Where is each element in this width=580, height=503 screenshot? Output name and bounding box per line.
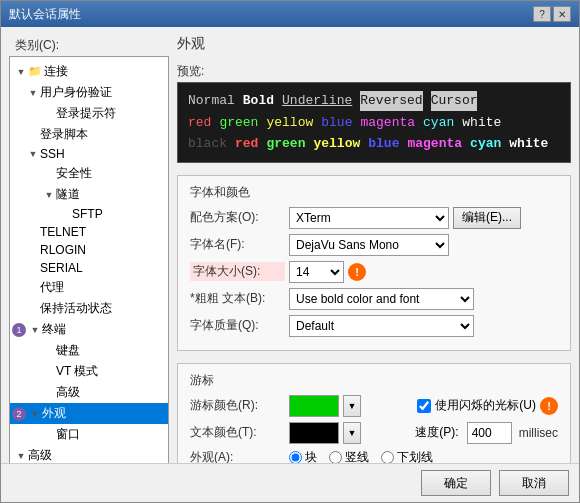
tree-item-advanced2[interactable]: ▼ 高级: [10, 445, 168, 463]
radio-underline-input[interactable]: [381, 451, 394, 464]
cursor-color-dropdown-btn[interactable]: ▼: [343, 395, 361, 417]
font-size-label: 字体大小(S):: [190, 262, 285, 281]
tree-item-terminal[interactable]: 1 ▼ 终端: [10, 319, 168, 340]
preview-row3: black red green yellow blue magenta cyan…: [188, 134, 560, 154]
preview-blue-bold: blue: [368, 134, 399, 154]
font-size-row: 字体大小(S): 14 12 16 !: [190, 261, 558, 283]
text-color-row: 文本颜色(T): ▼ 速度(P): millisec: [190, 422, 558, 444]
millisec-label: millisec: [519, 426, 558, 440]
tree-item-keyboard[interactable]: 键盘: [10, 340, 168, 361]
toggle-appearance[interactable]: ▼: [28, 409, 42, 419]
font-name-select[interactable]: DejaVu Sans Mono Courier New: [289, 234, 449, 256]
tree-item-auth[interactable]: ▼ 用户身份验证: [10, 82, 168, 103]
radio-vline: 竖线: [329, 449, 369, 464]
radio-vline-input[interactable]: [329, 451, 342, 464]
ok-button[interactable]: 确定: [421, 470, 491, 496]
speed-input[interactable]: [467, 422, 512, 444]
help-button[interactable]: ?: [533, 6, 551, 22]
toggle-advanced2[interactable]: ▼: [14, 451, 28, 461]
right-panel: 外观 预览: Normal Bold Underline Reversed Cu…: [177, 35, 571, 455]
tree-item-appearance[interactable]: 2 ▼ 外观: [10, 403, 168, 424]
radio-vline-label[interactable]: 竖线: [345, 449, 369, 464]
tree-item-tunnel[interactable]: ▼ 隧道: [10, 184, 168, 205]
toggle-connection[interactable]: ▼: [14, 67, 28, 77]
tree-item-rlogin[interactable]: RLOGIN: [10, 241, 168, 259]
tree-item-login-prompt[interactable]: 登录提示符: [10, 103, 168, 124]
tree-item-window[interactable]: 窗口: [10, 424, 168, 445]
close-button[interactable]: ✕: [553, 6, 571, 22]
left-panel-container: 类别(C): ▼ 📁 连接 ▼ 用户身份验证: [9, 35, 169, 455]
preview-red: red: [188, 113, 211, 133]
tree-item-ssh[interactable]: ▼ SSH: [10, 145, 168, 163]
toggle-tunnel[interactable]: ▼: [42, 190, 56, 200]
preview-row2: red green yellow blue magenta cyan white: [188, 113, 560, 133]
preview-box: Normal Bold Underline Reversed Cursor re…: [177, 82, 571, 163]
preview-reversed: Reversed: [360, 91, 422, 111]
toggle-ssh[interactable]: ▼: [26, 149, 40, 159]
preview-row1: Normal Bold Underline Reversed Cursor: [188, 91, 560, 111]
tree-item-proxy[interactable]: 代理: [10, 277, 168, 298]
preview-bold: Bold: [243, 91, 274, 111]
bold-text-select[interactable]: Use bold color and font Use bold font Us…: [289, 288, 474, 310]
category-label: 类别(C):: [9, 35, 169, 56]
font-size-select[interactable]: 14 12 16: [289, 261, 344, 283]
appearance-badge: 2: [12, 407, 26, 421]
tree-item-keepalive[interactable]: 保持活动状态: [10, 298, 168, 319]
toggle-terminal[interactable]: ▼: [28, 325, 42, 335]
preview-white: white: [462, 113, 501, 133]
radio-block: 块: [289, 449, 317, 464]
appearance-row: 外观(A): 块 竖线 下划线: [190, 449, 558, 464]
cursor-section: 游标 游标颜色(R): ▼ 使用闪烁的光标(U) ! 文本颜色(T):: [177, 363, 571, 464]
font-quality-select[interactable]: Default Antialiased: [289, 315, 474, 337]
preview-container: 预览: Normal Bold Underline Reversed Curso…: [177, 63, 571, 163]
cursor-color-label: 游标颜色(R):: [190, 397, 285, 414]
radio-block-input[interactable]: [289, 451, 302, 464]
edit-button[interactable]: 编辑(E)...: [453, 207, 521, 229]
terminal-badge: 1: [12, 323, 26, 337]
radio-underline-label[interactable]: 下划线: [397, 449, 433, 464]
preview-red-bold: red: [235, 134, 258, 154]
cancel-button[interactable]: 取消: [499, 470, 569, 496]
text-color-dropdown-btn[interactable]: ▼: [343, 422, 361, 444]
main-dialog: 默认会话属性 ? ✕ 类别(C): ▼ 📁 连接 ▼: [0, 0, 580, 503]
tree-item-sftp[interactable]: SFTP: [10, 205, 168, 223]
text-color-label: 文本颜色(T):: [190, 424, 285, 441]
dialog-body: 类别(C): ▼ 📁 连接 ▼ 用户身份验证: [1, 27, 579, 463]
dialog-title: 默认会话属性: [9, 6, 81, 23]
tree-item-connection[interactable]: ▼ 📁 连接: [10, 61, 168, 82]
preview-green-bold: green: [266, 134, 305, 154]
cursor-color-swatch[interactable]: [289, 395, 339, 417]
tree-item-login-script[interactable]: 登录脚本: [10, 124, 168, 145]
radio-underline: 下划线: [381, 449, 433, 464]
preview-magenta-bold: magenta: [407, 134, 462, 154]
tree-item-serial[interactable]: SERIAL: [10, 259, 168, 277]
preview-magenta: magenta: [360, 113, 415, 133]
text-color-swatch[interactable]: [289, 422, 339, 444]
font-quality-label: 字体质量(Q):: [190, 317, 285, 334]
tree-item-telnet[interactable]: TELNET: [10, 223, 168, 241]
preview-yellow: yellow: [266, 113, 313, 133]
tree-item-security[interactable]: 安全性: [10, 163, 168, 184]
preview-yellow-bold: yellow: [313, 134, 360, 154]
title-bar-buttons: ? ✕: [533, 6, 571, 22]
cursor-blink-label[interactable]: 使用闪烁的光标(U): [435, 397, 536, 414]
cursor-blink-checkbox[interactable]: [417, 399, 431, 413]
section-title: 外观: [177, 35, 571, 53]
tree-item-vt-modes[interactable]: VT 模式: [10, 361, 168, 382]
preview-underline: Underline: [282, 91, 352, 111]
tree-item-advanced-terminal[interactable]: 高级: [10, 382, 168, 403]
font-color-section: 字体和颜色 配色方案(O): XTerm VGA 编辑(E)... 字体名(F)…: [177, 175, 571, 351]
dialog-footer: 确定 取消: [1, 463, 579, 502]
folder-icon: 📁: [28, 65, 42, 78]
radio-block-label[interactable]: 块: [305, 449, 317, 464]
color-scheme-select[interactable]: XTerm VGA: [289, 207, 449, 229]
color-scheme-row: 配色方案(O): XTerm VGA 编辑(E)...: [190, 207, 558, 229]
font-quality-row: 字体质量(Q): Default Antialiased: [190, 315, 558, 337]
toggle-auth[interactable]: ▼: [26, 88, 40, 98]
font-name-label: 字体名(F):: [190, 236, 285, 253]
color-scheme-label: 配色方案(O):: [190, 209, 285, 226]
appearance-label: 外观(A):: [190, 449, 285, 464]
preview-normal: Normal: [188, 91, 235, 111]
preview-green: green: [219, 113, 258, 133]
preview-cyan-bold: cyan: [470, 134, 501, 154]
